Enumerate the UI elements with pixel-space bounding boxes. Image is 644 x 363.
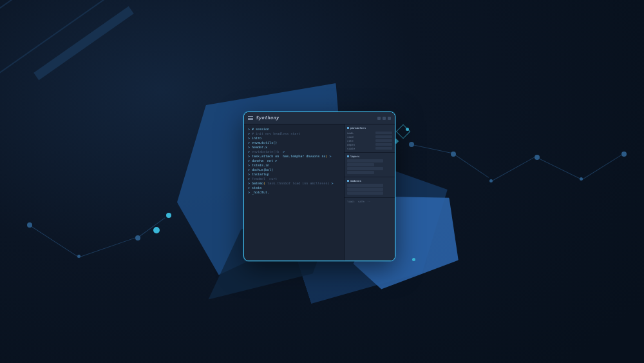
code-line: > intro — [248, 136, 340, 141]
close-button[interactable] — [388, 117, 391, 120]
code-editor[interactable]: > # session> # init env headless start> … — [244, 124, 344, 260]
code-line: > dockus(bol) — [248, 168, 340, 172]
code-line: > envtabstate()b > — [248, 150, 340, 154]
param-label: scale — [347, 147, 355, 150]
maximize-button[interactable] — [383, 117, 386, 120]
param-label: rate — [347, 139, 354, 142]
node-dot — [621, 152, 627, 157]
panel-heading: layers — [347, 155, 392, 158]
param-value[interactable] — [375, 147, 392, 150]
code-line: > # session — [248, 127, 340, 132]
code-line: > tstats.in — [248, 163, 340, 168]
param-value[interactable] — [375, 132, 392, 134]
node-dot — [153, 227, 160, 233]
code-line: > task.attach on has.temphar dnvuons nx(… — [248, 154, 340, 159]
side-panel: parameters modeseedratedepthscale layers… — [344, 124, 395, 260]
node-dot — [166, 213, 171, 218]
param-value[interactable] — [375, 139, 392, 142]
code-line: > stata — [248, 186, 340, 190]
app-title: Synthony — [256, 115, 375, 121]
code-line: > tnstartup — [248, 172, 340, 177]
code-line: > envautotils() — [248, 141, 340, 145]
code-line: > header.x — [248, 145, 340, 150]
module-item[interactable] — [347, 188, 383, 191]
param-value[interactable] — [375, 143, 392, 146]
node-dot — [412, 258, 415, 261]
code-line: > doneha nnt > — [248, 159, 340, 163]
panel-section-modules: modules — [345, 177, 395, 198]
minimize-button[interactable] — [377, 117, 381, 120]
param-row[interactable]: scale — [347, 146, 392, 150]
layer-item[interactable] — [347, 163, 374, 166]
titlebar[interactable]: Synthony — [244, 112, 395, 124]
code-line: > # init env headless start — [248, 132, 340, 136]
panel-heading: parameters — [347, 126, 392, 130]
panel-heading: modules — [347, 179, 392, 182]
menu-icon[interactable] — [248, 116, 253, 120]
app-window: Synthony > # session> # init env headles… — [243, 112, 395, 261]
module-item[interactable] — [347, 184, 383, 187]
code-line: > batemo( task.thnnbof load inn amcllese… — [248, 181, 340, 186]
panel-section-layers: layers — [345, 153, 395, 177]
panel-section-parameters: parameters modeseedratedepthscale — [345, 124, 395, 153]
layer-item[interactable] — [347, 171, 374, 174]
panel-output: load: safe: -- — [345, 198, 395, 260]
param-value[interactable] — [375, 135, 392, 138]
param-label: mode — [347, 132, 354, 135]
param-label: seed — [347, 135, 354, 139]
param-label: depth — [347, 143, 355, 146]
code-line: > _holdful. — [248, 190, 340, 195]
code-line: > feadmel curt — [248, 177, 340, 181]
module-item[interactable] — [347, 191, 383, 195]
layer-item[interactable] — [347, 159, 383, 162]
layer-item[interactable] — [347, 167, 383, 170]
